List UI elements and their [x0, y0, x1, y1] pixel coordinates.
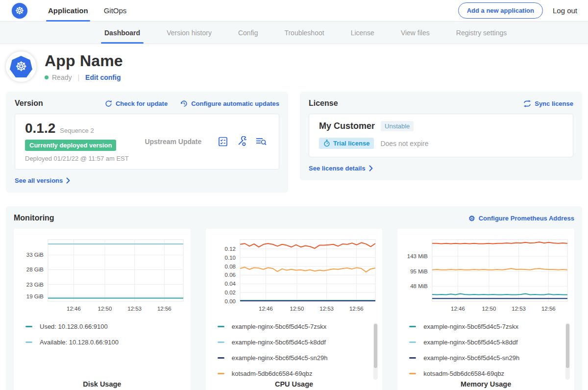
tab-config[interactable]: Config — [225, 22, 271, 44]
svg-text:0.04: 0.04 — [225, 281, 236, 287]
svg-text:19 GiB: 19 GiB — [26, 293, 44, 299]
svg-text:0.06: 0.06 — [225, 272, 236, 278]
legend-swatch — [25, 326, 32, 327]
svg-text:12:56: 12:56 — [349, 306, 364, 312]
legend-item: Available: 10.128.0.66:9100 — [25, 339, 178, 346]
nav-item-gitops[interactable]: GitOps — [96, 0, 135, 22]
license-card-title: License — [309, 99, 338, 108]
legend-label: example-nginx-5bc6f5d4c5-k8ddf — [423, 339, 517, 346]
svg-text:95 MiB: 95 MiB — [410, 268, 428, 274]
app-icon: ☸ — [6, 51, 36, 82]
legend-item: kotsadm-5db6dc6584-69qbz — [409, 370, 562, 377]
chart-panels: 19 GiB23 GiB28 GiB33 GiB12:4612:5012:531… — [14, 229, 574, 390]
cards-row: Version Check for update Configure autom… — [0, 89, 588, 193]
auto-update-clock-icon — [180, 100, 188, 107]
legend-item: example-nginx-5bc6f5d4c5-7zskx — [218, 323, 370, 330]
legend-label: kotsadm-5db6dc6584-69qbz — [423, 370, 504, 377]
trial-license-badge: Trial license — [319, 138, 374, 149]
legend-swatch — [409, 326, 416, 327]
wrench-gear-icon — [236, 136, 247, 147]
view-logs-button[interactable] — [255, 136, 267, 147]
sync-license-link[interactable]: Sync license — [523, 100, 573, 107]
legend-scrollbar[interactable] — [565, 323, 570, 380]
monitoring-card: Monitoring ⚙ Configure Prometheus Addres… — [6, 206, 582, 390]
logout-button[interactable]: Log out — [553, 6, 577, 15]
disk-usage-chart: 19 GiB23 GiB28 GiB33 GiB12:4612:5012:531… — [16, 235, 188, 317]
legend-swatch — [409, 357, 416, 359]
disk-usage-legend: Used: 10.128.0.66:9100Available: 10.128.… — [14, 323, 191, 378]
config-wrench-button[interactable] — [236, 136, 247, 147]
check-for-update-link[interactable]: Check for update — [105, 100, 168, 107]
svg-text:23 GiB: 23 GiB — [26, 282, 44, 288]
svg-text:12:56: 12:56 — [541, 306, 556, 312]
svg-text:12:53: 12:53 — [128, 306, 142, 312]
tab-version-history[interactable]: Version history — [153, 22, 225, 44]
scrollbar-thumb[interactable] — [566, 324, 569, 368]
kubernetes-wheel-icon: ☸ — [15, 5, 24, 16]
top-navbar: ☸ Application GitOps Add a new applicati… — [0, 0, 588, 22]
legend-item: example-nginx-5bc6f5d4c5-k8ddf — [409, 339, 562, 346]
legend-label: Used: 10.128.0.66:9100 — [40, 323, 108, 330]
svg-text:12:50: 12:50 — [98, 306, 112, 312]
version-card-title: Version — [15, 99, 43, 108]
nav-item-application[interactable]: Application — [40, 0, 96, 22]
legend-swatch — [218, 326, 224, 327]
deployed-badge: Currently deployed version — [25, 140, 116, 151]
legend-label: Available: 10.128.0.66:9100 — [40, 339, 119, 346]
chart-title: Disk Usage — [14, 380, 191, 388]
svg-text:48 MiB: 48 MiB — [410, 283, 428, 289]
legend-label: example-nginx-5bc6f5d4c5-k8ddf — [232, 339, 326, 346]
legend-swatch — [218, 373, 224, 374]
cpu-usage-legend: example-nginx-5bc6f5d4c5-7zskxexample-ng… — [206, 323, 383, 378]
status-badge: Ready — [52, 73, 72, 81]
legend-swatch — [409, 373, 416, 374]
version-number: 0.1.2 — [25, 121, 55, 136]
gear-icon: ⚙ — [468, 215, 475, 222]
see-all-versions-link[interactable]: See all versions — [15, 177, 70, 184]
disk-usage-panel: 19 GiB23 GiB28 GiB33 GiB12:4612:5012:531… — [14, 229, 191, 390]
app-tab-bar: Dashboard Version history Config Trouble… — [0, 22, 588, 44]
legend-item: example-nginx-5bc6f5d4c5-7zskx — [409, 323, 562, 330]
legend-item: example-nginx-5bc6f5d4c5-sn29h — [409, 354, 562, 362]
edit-config-link[interactable]: Edit config — [85, 73, 121, 81]
see-license-details-link[interactable]: See license details — [309, 165, 373, 172]
customer-name: My Customer — [319, 121, 375, 131]
chart-title: Memory Usage — [397, 380, 574, 388]
add-application-button[interactable]: Add a new application — [458, 2, 543, 19]
app-header: ☸ App Name Ready | Edit config — [0, 44, 588, 89]
svg-text:12:53: 12:53 — [319, 306, 334, 312]
legend-item: example-nginx-5bc6f5d4c5-k8ddf — [218, 339, 370, 346]
tab-license[interactable]: License — [338, 22, 388, 44]
svg-text:0.10: 0.10 — [225, 255, 236, 261]
chart-title: CPU Usage — [206, 380, 383, 388]
tab-troubleshoot[interactable]: Troubleshoot — [271, 22, 337, 44]
kubernetes-wheel-icon: ☸ — [15, 60, 27, 73]
channel-badge: Unstable — [381, 121, 414, 131]
svg-text:12:56: 12:56 — [157, 306, 172, 312]
tab-dashboard[interactable]: Dashboard — [91, 22, 153, 44]
preflight-checks-button[interactable] — [218, 136, 228, 147]
divider: | — [77, 73, 79, 81]
version-source: Upstream Update — [129, 138, 218, 146]
sync-icon — [523, 100, 531, 107]
tab-view-files[interactable]: View files — [388, 22, 443, 44]
tab-registry-settings[interactable]: Registry settings — [443, 22, 520, 44]
svg-text:33 GiB: 33 GiB — [26, 252, 44, 258]
configure-automatic-updates-link[interactable]: Configure automatic updates — [180, 100, 279, 107]
svg-text:12:50: 12:50 — [482, 306, 496, 312]
cpu-usage-panel: 0.000.020.040.060.080.100.1212:4612:5012… — [206, 229, 383, 390]
configure-prometheus-link[interactable]: ⚙ Configure Prometheus Address — [468, 215, 574, 222]
memory-usage-panel: 48 MiB95 MiB143 MiB12:4612:5012:5312:56 … — [397, 229, 574, 390]
legend-swatch — [218, 341, 224, 343]
license-card: License Sync license My Customer Unstabl… — [300, 92, 582, 180]
svg-text:12:53: 12:53 — [512, 306, 526, 312]
legend-swatch — [218, 357, 224, 359]
svg-text:28 GiB: 28 GiB — [26, 267, 44, 272]
legend-item: example-nginx-5bc6f5d4c5-sn29h — [218, 354, 370, 362]
chevron-right-icon — [66, 177, 70, 184]
legend-scrollbar[interactable] — [373, 323, 378, 380]
legend-item: kotsadm-5db6dc6584-69qbz — [218, 370, 370, 377]
deployed-timestamp: Deployed 01/21/22 @ 11:57 am EST — [25, 155, 129, 162]
legend-label: example-nginx-5bc6f5d4c5-sn29h — [232, 354, 328, 362]
scrollbar-thumb[interactable] — [374, 324, 377, 368]
